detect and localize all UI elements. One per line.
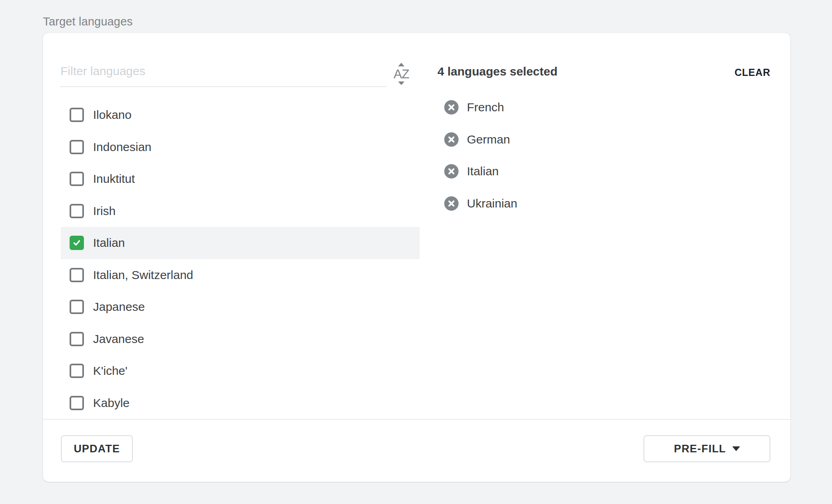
- language-picker-card: AZ Ilokano Indonesian Inuktitut: [43, 33, 790, 482]
- language-checkbox[interactable]: [70, 172, 84, 186]
- language-row[interactable]: Kabyle: [61, 387, 420, 419]
- sort-down-arrow-icon: [398, 81, 404, 85]
- selected-language-item: Italian: [444, 155, 517, 188]
- chevron-down-icon: [732, 446, 740, 451]
- remove-language-button[interactable]: [444, 196, 459, 211]
- selected-language-label: Italian: [467, 165, 499, 178]
- footer-divider: [43, 419, 790, 420]
- language-checkbox[interactable]: [70, 204, 84, 218]
- update-button-label: UPDATE: [74, 443, 120, 455]
- language-label: Javanese: [93, 332, 144, 346]
- language-checkbox[interactable]: [70, 300, 84, 314]
- language-row[interactable]: Ilokano: [61, 99, 420, 131]
- language-label: Kabyle: [93, 396, 130, 410]
- prefill-button[interactable]: PRE-FILL: [643, 435, 770, 462]
- selected-language-item: Ukrainian: [444, 188, 517, 220]
- language-label: Irish: [93, 204, 116, 218]
- close-icon: [444, 164, 459, 178]
- remove-language-button[interactable]: [444, 164, 459, 178]
- language-checkbox[interactable]: [70, 268, 84, 282]
- language-label: Italian: [93, 236, 125, 250]
- sort-az-letters: AZ: [394, 68, 409, 80]
- language-label: Japanese: [93, 300, 145, 314]
- page-title: Target languages: [43, 15, 133, 28]
- language-label: Indonesian: [93, 140, 152, 154]
- language-row[interactable]: Indonesian: [61, 131, 420, 163]
- close-icon: [444, 196, 459, 211]
- sort-alphabetical-icon[interactable]: AZ: [388, 60, 414, 88]
- prefill-button-label: PRE-FILL: [674, 443, 726, 455]
- language-row[interactable]: Irish: [61, 195, 420, 227]
- remove-language-button[interactable]: [444, 100, 459, 114]
- checkmark-icon: [71, 236, 82, 249]
- selected-count-header: 4 languages selected: [437, 65, 558, 78]
- filter-languages-input[interactable]: [60, 59, 387, 87]
- language-label: Inuktitut: [93, 172, 135, 186]
- selected-language-item: French: [444, 91, 517, 124]
- language-checkbox[interactable]: [70, 108, 84, 122]
- sort-up-arrow-icon: [398, 63, 404, 66]
- language-label: Ilokano: [93, 108, 132, 122]
- selected-language-label: German: [467, 133, 510, 146]
- language-label: K'iche': [93, 364, 128, 378]
- update-button[interactable]: UPDATE: [61, 435, 133, 462]
- selected-language-item: German: [444, 124, 517, 156]
- selected-language-label: Ukrainian: [467, 197, 517, 210]
- clear-button[interactable]: CLEAR: [735, 66, 770, 78]
- selected-languages-list: French German Italian Ukrainian: [444, 91, 517, 219]
- selected-language-label: French: [467, 101, 504, 114]
- language-checkbox[interactable]: [70, 140, 84, 154]
- close-icon: [444, 100, 459, 114]
- remove-language-button[interactable]: [444, 132, 459, 147]
- language-checkbox[interactable]: [70, 364, 84, 378]
- language-label: Italian, Switzerland: [93, 268, 193, 282]
- language-row[interactable]: Javanese: [61, 323, 420, 355]
- language-checkbox[interactable]: [70, 396, 84, 410]
- language-row[interactable]: K'iche': [61, 355, 420, 387]
- language-row[interactable]: Inuktitut: [61, 163, 420, 195]
- language-list: Ilokano Indonesian Inuktitut Irish: [61, 99, 420, 419]
- language-row[interactable]: Japanese: [61, 291, 420, 323]
- language-row[interactable]: Italian, Switzerland: [61, 259, 420, 291]
- language-checkbox[interactable]: [70, 236, 84, 250]
- language-checkbox[interactable]: [70, 332, 84, 346]
- close-icon: [444, 132, 459, 147]
- language-row[interactable]: Italian: [61, 227, 420, 259]
